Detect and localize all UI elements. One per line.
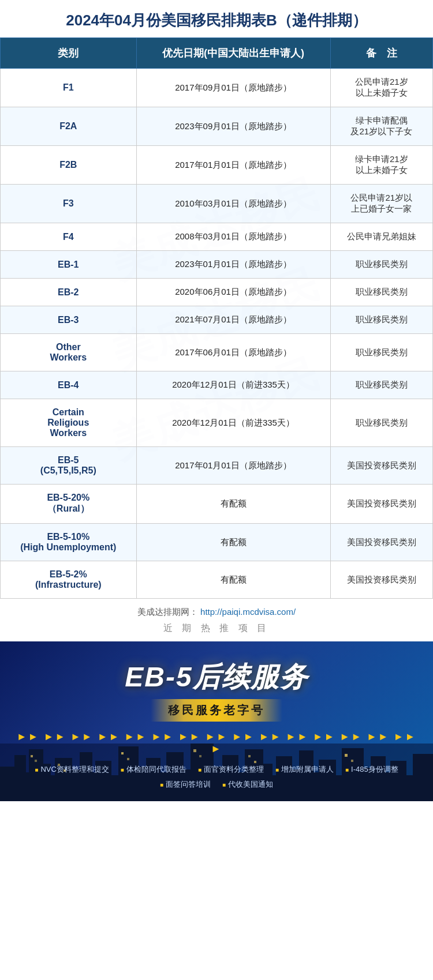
cell-date: 2010年03月01日（原地踏步） bbox=[136, 185, 330, 223]
cell-date: 2017年09月01日（原地踏步） bbox=[136, 69, 330, 107]
cell-date: 有配额 bbox=[136, 485, 330, 524]
cell-date: 2020年06月01日（原地踏步） bbox=[136, 279, 330, 306]
cell-category: EB-5 (C5,T5,I5,R5) bbox=[1, 447, 137, 485]
cell-note: 职业移民类别 bbox=[330, 371, 432, 399]
table-row: EB-22020年06月01日（原地踏步）职业移民类别 bbox=[1, 279, 433, 306]
eb5-service-item: 面官资料分类整理 bbox=[198, 764, 264, 775]
cell-date: 2017年01月01日（原地踏步） bbox=[136, 146, 330, 185]
cell-date: 2017年06月01日（原地踏步） bbox=[136, 334, 330, 371]
cell-note: 美国投资移民类别 bbox=[330, 485, 432, 524]
cell-date: 2020年12月01日（前进335天） bbox=[136, 371, 330, 399]
table-row: EB-5-20% （Rural）有配额美国投资移民类别 bbox=[1, 485, 433, 524]
cell-note: 公民申请21岁 以上未婚子女 bbox=[330, 69, 432, 107]
cell-date: 有配额 bbox=[136, 524, 330, 561]
table-row: EB-5 (C5,T5,I5,R5)2017年01月01日（原地踏步）美国投资移… bbox=[1, 447, 433, 485]
col-header-note: 备 注 bbox=[330, 38, 432, 69]
cell-note: 职业移民类别 bbox=[330, 334, 432, 371]
cell-note: 职业移民类别 bbox=[330, 399, 432, 447]
eb5-service-item: I-485身份调整 bbox=[345, 764, 398, 775]
cell-category: EB-4 bbox=[1, 371, 137, 399]
eb5-service-item: 代收美国通知 bbox=[222, 779, 273, 790]
cell-category: EB-1 bbox=[1, 251, 137, 279]
title-section: 2024年04月份美国移民排期表B（递件排期） bbox=[0, 0, 433, 37]
eb5-subtitle: 移民服务老字号 bbox=[151, 699, 282, 722]
table-row: Certain Religious Workers2020年12月01日（前进3… bbox=[1, 399, 433, 447]
table-row: F42008年03月01日（原地踏步）公民申请兄弟姐妹 bbox=[1, 223, 433, 251]
eb5-service-item: 面签问答培训 bbox=[160, 779, 211, 790]
cell-date: 有配额 bbox=[136, 561, 330, 599]
cell-category: Certain Religious Workers bbox=[1, 399, 137, 447]
cell-category: EB-3 bbox=[1, 306, 137, 334]
eb5-content: EB-5后续服务 移民服务老字号 ►► ►► ►► ►► ►► ►► ►► ►►… bbox=[12, 659, 421, 790]
cell-category: F1 bbox=[1, 69, 137, 107]
table-row: F32010年03月01日（原地踏步）公民申请21岁以 上已婚子女一家 bbox=[1, 185, 433, 223]
page-title: 2024年04月份美国移民排期表B（递件排期） bbox=[6, 10, 427, 31]
footer-website: 美成达排期网： http://paiqi.mcdvisa.com/ bbox=[0, 599, 433, 622]
cell-category: EB-5-10% (High Unemployment) bbox=[1, 524, 137, 561]
table-row: F2B2017年01月01日（原地踏步）绿卡申请21岁 以上未婚子女 bbox=[1, 146, 433, 185]
table-row: EB-5-10% (High Unemployment)有配额美国投资移民类别 bbox=[1, 524, 433, 561]
cell-category: F2B bbox=[1, 146, 137, 185]
table-row: EB-12023年01月01日（原地踏步）职业移民类别 bbox=[1, 251, 433, 279]
table-header-row: 类别 优先日期(中国大陆出生申请人) 备 注 bbox=[1, 38, 433, 69]
cell-date: 2023年09月01日（原地踏步） bbox=[136, 107, 330, 146]
eb5-arrows: ►► ►► ►► ►► ►► ►► ►► ►► ►► ►► ►► ►► ►► ►… bbox=[12, 731, 421, 755]
website-link[interactable]: http://paiqi.mcdvisa.com/ bbox=[200, 607, 296, 617]
visa-table: 类别 优先日期(中国大陆出生申请人) 备 注 F12017年09月01日（原地踏… bbox=[0, 37, 433, 599]
cell-note: 绿卡申请21岁 以上未婚子女 bbox=[330, 146, 432, 185]
cell-note: 美国投资移民类别 bbox=[330, 561, 432, 599]
cell-note: 美国投资移民类别 bbox=[330, 447, 432, 485]
footer-hot: 近 期 热 推 项 目 bbox=[0, 622, 433, 641]
eb5-main-title: EB-5后续服务 bbox=[12, 659, 421, 696]
cell-date: 2023年01月01日（原地踏步） bbox=[136, 251, 330, 279]
eb5-banner: EB-5后续服务 移民服务老字号 ►► ►► ►► ►► ►► ►► ►► ►►… bbox=[0, 641, 433, 801]
table-row: F2A2023年09月01日（原地踏步）绿卡申请配偶 及21岁以下子女 bbox=[1, 107, 433, 146]
cell-date: 2020年12月01日（前进335天） bbox=[136, 399, 330, 447]
cell-note: 职业移民类别 bbox=[330, 251, 432, 279]
cell-note: 职业移民类别 bbox=[330, 279, 432, 306]
cell-category: EB-5-2% (Infrastructure) bbox=[1, 561, 137, 599]
cell-category: F2A bbox=[1, 107, 137, 146]
cell-note: 职业移民类别 bbox=[330, 306, 432, 334]
cell-note: 公民申请兄弟姐妹 bbox=[330, 223, 432, 251]
eb5-title-part2: 后续服务 bbox=[193, 662, 308, 692]
cell-category: EB-5-20% （Rural） bbox=[1, 485, 137, 524]
table-row: EB-5-2% (Infrastructure)有配额美国投资移民类别 bbox=[1, 561, 433, 599]
eb5-service-item: 体检陪同代取报告 bbox=[121, 764, 186, 775]
cell-category: Other Workers bbox=[1, 334, 137, 371]
table-row: EB-42020年12月01日（前进335天）职业移民类别 bbox=[1, 371, 433, 399]
cell-category: EB-2 bbox=[1, 279, 137, 306]
col-header-category: 类别 bbox=[1, 38, 137, 69]
cell-date: 2008年03月01日（原地踏步） bbox=[136, 223, 330, 251]
cell-category: F3 bbox=[1, 185, 137, 223]
cell-category: F4 bbox=[1, 223, 137, 251]
cell-date: 2017年01月01日（原地踏步） bbox=[136, 447, 330, 485]
cell-note: 绿卡申请配偶 及21岁以下子女 bbox=[330, 107, 432, 146]
table-row: Other Workers2017年06月01日（原地踏步）职业移民类别 bbox=[1, 334, 433, 371]
eb5-services: NVC资料整理和提交体检陪同代取报告面官资料分类整理增加附属申请人I-485身份… bbox=[12, 764, 421, 790]
table-row: EB-32021年07月01日（原地踏步）职业移民类别 bbox=[1, 306, 433, 334]
cell-note: 公民申请21岁以 上已婚子女一家 bbox=[330, 185, 432, 223]
cell-note: 美国投资移民类别 bbox=[330, 524, 432, 561]
table-row: F12017年09月01日（原地踏步）公民申请21岁 以上未婚子女 bbox=[1, 69, 433, 107]
eb5-service-item: NVC资料整理和提交 bbox=[35, 764, 109, 775]
eb5-title-part1: EB-5 bbox=[125, 662, 192, 692]
table-wrapper: 美成达移民 美成达移民 美成达移民 类别 优先日期(中国大陆出生申请人) 备 注… bbox=[0, 37, 433, 599]
website-label: 美成达排期网： bbox=[137, 607, 198, 617]
eb5-service-item: 增加附属申请人 bbox=[275, 764, 334, 775]
cell-date: 2021年07月01日（原地踏步） bbox=[136, 306, 330, 334]
col-header-date: 优先日期(中国大陆出生申请人) bbox=[136, 38, 330, 69]
